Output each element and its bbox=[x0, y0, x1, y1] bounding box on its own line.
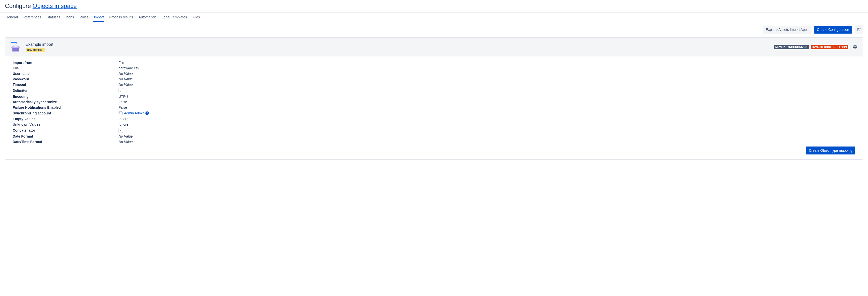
details-value: hardware.csv bbox=[119, 65, 237, 71]
details-label: Date/Time Format bbox=[13, 139, 119, 144]
details-value: No Value bbox=[119, 82, 237, 87]
details-label: Encoding bbox=[13, 94, 119, 99]
kbd-value: , bbox=[119, 88, 123, 93]
details-row: Empty ValuesIgnore bbox=[13, 116, 237, 122]
svg-line-0 bbox=[859, 28, 860, 30]
details-label: Password bbox=[13, 76, 119, 82]
details-value: Admin Admini bbox=[119, 110, 237, 116]
tab-roles[interactable]: Roles bbox=[79, 13, 89, 22]
create-configuration-button[interactable]: Create Configuration bbox=[814, 26, 852, 34]
avatar bbox=[119, 111, 123, 116]
page-title-link[interactable]: Objects in space bbox=[33, 2, 77, 9]
details-value: File bbox=[119, 60, 237, 65]
page-title-prefix: Configure bbox=[5, 2, 31, 9]
explore-import-apps-button[interactable]: Explore Assets Import Apps bbox=[763, 26, 811, 34]
details-value: - bbox=[119, 127, 237, 134]
details-value: False bbox=[119, 99, 237, 105]
config-status-lozenge: INVALID CONFIGURATION bbox=[811, 45, 848, 49]
details-row: Unknown ValuesIgnore bbox=[13, 122, 237, 127]
toolbar: Explore Assets Import Apps Create Config… bbox=[0, 22, 868, 37]
details-label: Synchronizing account bbox=[13, 110, 119, 116]
details-row: Delimiter, bbox=[13, 87, 237, 94]
external-link-icon bbox=[857, 28, 861, 32]
import-type-lozenge: CSV IMPORT bbox=[26, 48, 45, 52]
tab-automation[interactable]: Automation bbox=[138, 13, 157, 22]
details-label: Date Format bbox=[13, 134, 119, 139]
details-value: UTF-8 bbox=[119, 94, 237, 99]
tabs-bar: GeneralReferencesStatusesIconsRolesImpor… bbox=[0, 12, 868, 22]
details-label: Automatically synchronize bbox=[13, 99, 119, 105]
external-link-button[interactable] bbox=[855, 25, 863, 34]
details-row: Synchronizing accountAdmin Admini bbox=[13, 110, 237, 116]
svg-marker-2 bbox=[16, 42, 17, 43]
gear-icon bbox=[853, 44, 857, 49]
tab-process-results[interactable]: Process results bbox=[109, 13, 134, 22]
sync-status-lozenge: NEVER SYNCHRONIZED bbox=[774, 45, 809, 49]
import-panel-header: Example import CSV IMPORT NEVER SYNCHRON… bbox=[5, 38, 863, 57]
import-panel-body: Import fromFileFilehardware.csvUsernameN… bbox=[5, 57, 863, 159]
details-row: Date/Time FormatNo Value bbox=[13, 139, 237, 144]
svg-rect-4 bbox=[12, 48, 19, 52]
details-value: No Value bbox=[119, 76, 237, 82]
tab-statuses[interactable]: Statuses bbox=[46, 13, 61, 22]
details-label: File bbox=[13, 65, 119, 71]
info-icon[interactable]: i bbox=[146, 111, 149, 115]
details-row: Failure Notifications EnabledFalse bbox=[13, 105, 237, 110]
details-label: Concatenator bbox=[13, 127, 119, 134]
tab-files[interactable]: Files bbox=[192, 13, 200, 22]
details-row: EncodingUTF-8 bbox=[13, 94, 237, 99]
details-label: Unknown Values bbox=[13, 122, 119, 127]
page-title: Configure Objects in space bbox=[0, 0, 868, 12]
details-row: Filehardware.csv bbox=[13, 65, 237, 71]
import-panel: Example import CSV IMPORT NEVER SYNCHRON… bbox=[5, 37, 863, 160]
import-box-icon bbox=[10, 41, 22, 53]
details-row: UsernameNo Value bbox=[13, 71, 237, 76]
svg-rect-1 bbox=[11, 42, 16, 43]
details-row: Automatically synchronizeFalse bbox=[13, 99, 237, 105]
tab-import[interactable]: Import bbox=[93, 13, 104, 22]
details-row: Concatenator- bbox=[13, 127, 237, 134]
details-label: Failure Notifications Enabled bbox=[13, 105, 119, 110]
details-row: Date FormatNo Value bbox=[13, 134, 237, 139]
details-value: False bbox=[119, 105, 237, 110]
tab-references[interactable]: References bbox=[23, 13, 42, 22]
details-value: No Value bbox=[119, 71, 237, 76]
user-link[interactable]: Admin Admin bbox=[124, 111, 145, 115]
details-label: Username bbox=[13, 71, 119, 76]
create-object-type-mapping-button[interactable]: Create Object type mapping bbox=[806, 146, 855, 155]
import-settings-button[interactable] bbox=[852, 43, 858, 51]
tab-label-templates[interactable]: Label Templates bbox=[161, 13, 187, 22]
details-label: Import from bbox=[13, 60, 119, 65]
details-value: No Value bbox=[119, 139, 237, 144]
details-value: No Value bbox=[119, 134, 237, 139]
details-label: Timeout bbox=[13, 82, 119, 87]
details-value: , bbox=[119, 87, 237, 94]
import-details-table: Import fromFileFilehardware.csvUsernameN… bbox=[13, 60, 237, 144]
details-row: TimeoutNo Value bbox=[13, 82, 237, 87]
details-label: Delimiter bbox=[13, 87, 119, 94]
details-label: Empty Values bbox=[13, 116, 119, 122]
details-row: PasswordNo Value bbox=[13, 76, 237, 82]
details-value: Ignore bbox=[119, 116, 237, 122]
tab-icons[interactable]: Icons bbox=[65, 13, 74, 22]
details-value: Ignore bbox=[119, 122, 237, 127]
details-row: Import fromFile bbox=[13, 60, 237, 65]
tab-general[interactable]: General bbox=[5, 13, 19, 22]
kbd-value: - bbox=[119, 128, 123, 133]
import-title: Example import bbox=[26, 42, 774, 47]
